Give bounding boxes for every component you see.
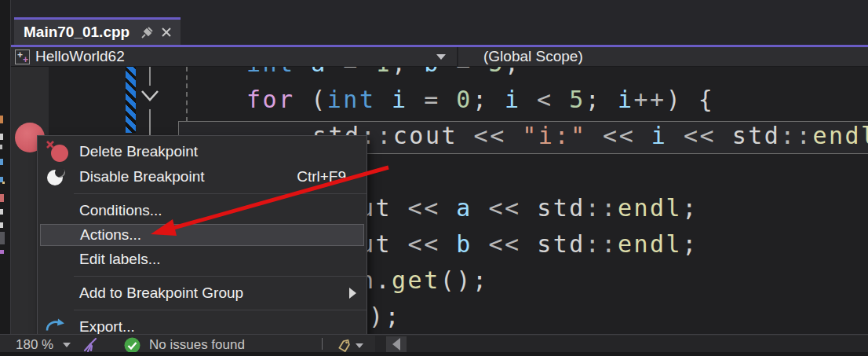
breakpoint-context-menu: Delete Breakpoint Disable Breakpoint Ctr…	[37, 135, 367, 336]
project-name: HelloWorld62	[35, 48, 125, 65]
tab-title: Main70_01.cpp	[24, 24, 129, 41]
pin-icon[interactable]	[140, 26, 154, 39]
navigation-bar: ++ HelloWorld62 (Global Scope)	[11, 47, 868, 67]
menu-item-delete-breakpoint[interactable]: Delete Breakpoint	[38, 139, 367, 164]
code-line: std::cout << "i:" << i << std::endl	[312, 118, 868, 154]
menu-item-label: Conditions...	[38, 202, 162, 219]
menu-item-disable-breakpoint[interactable]: Disable Breakpoint Ctrl+F9	[38, 164, 367, 189]
menu-item-shortcut: Ctrl+F9	[297, 168, 367, 185]
menu-item-edit-labels[interactable]: Edit labels...	[38, 247, 367, 272]
code-cleanup-broom-icon[interactable]	[82, 337, 99, 353]
sliver-mark	[0, 194, 4, 202]
horizontal-scrollbar[interactable]	[375, 336, 868, 353]
chevron-down-icon[interactable]	[63, 343, 71, 347]
sliver-mark	[0, 134, 3, 140]
menu-item-label: Add to Breakpoint Group	[38, 284, 243, 302]
cpp-project-icon: ++	[15, 50, 30, 64]
window-bottom-edge	[0, 352, 868, 356]
vs-editor-window: Main70_01.cpp ++ He	[0, 0, 868, 356]
menu-item-actions[interactable]: Actions...	[40, 224, 364, 246]
code-line: for (int i = 0; i < 5; i++) {	[246, 82, 714, 118]
menu-item-label: Edit labels...	[38, 251, 161, 268]
scope-dropdown[interactable]: (Global Scope)	[458, 47, 868, 66]
submenu-arrow-icon	[349, 288, 356, 299]
menu-item-conditions[interactable]: Conditions...	[38, 198, 367, 223]
sliver-mark	[0, 116, 3, 123]
menu-item-label: Actions...	[41, 226, 141, 244]
scroll-left-button[interactable]	[386, 336, 407, 352]
chevron-down-icon[interactable]	[356, 343, 363, 348]
code-line: int a = 1, b = 5;	[246, 67, 521, 82]
scope-name: (Global Scope)	[483, 48, 583, 65]
menu-separator	[74, 193, 367, 194]
tab-strip: Main70_01.cpp	[11, 0, 868, 45]
chevron-down-icon	[436, 54, 446, 60]
tab-main70-01-cpp[interactable]: Main70_01.cpp	[14, 17, 181, 45]
sliver-mark	[2, 182, 5, 184]
menu-item-add-to-breakpoint-group[interactable]: Add to Breakpoint Group	[38, 281, 367, 306]
menu-separator	[74, 310, 367, 310]
sliver-mark	[0, 250, 4, 254]
close-icon[interactable]	[160, 26, 173, 39]
sliver-mark	[0, 209, 3, 215]
sliver-mark	[0, 232, 5, 244]
menu-separator	[74, 276, 367, 277]
zoom-level-dropdown[interactable]: 180 %	[16, 337, 53, 353]
statusbar-divider	[322, 338, 323, 350]
project-dropdown[interactable]: ++ HelloWorld62	[11, 47, 457, 66]
health-check-icon[interactable]	[124, 337, 140, 354]
health-status-text[interactable]: No issues found	[149, 337, 245, 353]
sliver-mark	[0, 222, 3, 228]
left-panel-edge	[0, 0, 11, 336]
scroll-left-icon	[392, 338, 400, 350]
label-tag-icon[interactable]	[336, 338, 353, 354]
breakpoint-disable-icon	[47, 168, 64, 185]
breakpoint-delete-icon	[47, 141, 68, 162]
sliver-mark	[0, 145, 2, 149]
sliver-mark	[0, 159, 3, 165]
